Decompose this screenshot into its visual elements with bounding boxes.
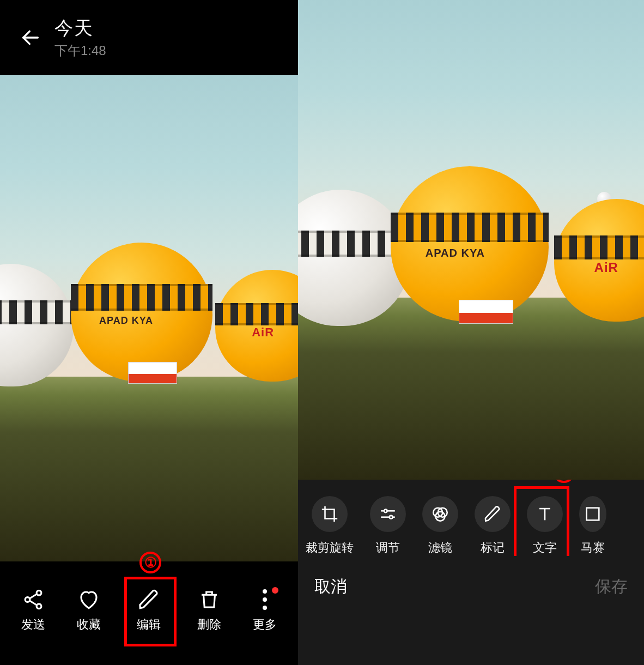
- sliders-icon: [379, 505, 397, 523]
- notification-dot: [272, 587, 278, 594]
- header-titles: 今天 下午1:48: [54, 16, 106, 59]
- mark-label: 标记: [481, 540, 505, 556]
- mosaic-icon: [584, 505, 602, 523]
- trash-icon: [198, 588, 221, 611]
- back-arrow-icon: [20, 27, 41, 49]
- svg-rect-15: [587, 508, 599, 521]
- save-button[interactable]: 保存: [595, 576, 628, 598]
- balloon-label-right: AiR: [594, 260, 618, 275]
- crop-icon: [320, 505, 339, 523]
- crop-rotate-tool[interactable]: 裁剪旋转: [306, 496, 354, 556]
- favorite-button[interactable]: 收藏: [72, 583, 105, 638]
- crop-rotate-label: 裁剪旋转: [306, 540, 354, 556]
- annotation-badge-2: ②: [553, 480, 575, 483]
- tool-row[interactable]: 裁剪旋转 调节 滤镜: [298, 480, 644, 556]
- cancel-button[interactable]: 取消: [314, 576, 347, 598]
- delete-button[interactable]: 删除: [193, 583, 226, 638]
- mark-tool[interactable]: 标记: [475, 496, 511, 556]
- annotation-box-2: [514, 486, 569, 556]
- svg-line-4: [29, 594, 37, 599]
- photo-content: APAD KYA AiR: [298, 0, 644, 480]
- pencil-icon: [483, 505, 502, 523]
- svg-point-7: [384, 510, 387, 513]
- header-subtitle: 下午1:48: [54, 42, 106, 59]
- photo-viewport[interactable]: APAD KYA AiR: [0, 75, 298, 561]
- header-title: 今天: [54, 16, 106, 41]
- bottom-action-bar: 发送 收藏 编辑 删除 更多: [0, 561, 298, 665]
- heart-icon: [77, 588, 100, 611]
- svg-point-9: [390, 516, 393, 519]
- send-label: 发送: [21, 616, 45, 633]
- header: 今天 下午1:48: [0, 0, 298, 75]
- editor-photo-viewport[interactable]: APAD KYA AiR: [298, 0, 644, 480]
- favorite-label: 收藏: [77, 616, 101, 633]
- editor-screen: APAD KYA AiR 裁剪旋转: [298, 0, 644, 665]
- adjust-tool[interactable]: 调节: [370, 496, 406, 556]
- more-label: 更多: [253, 616, 277, 633]
- filter-label: 滤镜: [428, 540, 452, 556]
- filter-tool[interactable]: 滤镜: [422, 496, 458, 556]
- viewer-screen: 今天 下午1:48 APAD KYA AiR: [0, 0, 298, 665]
- balloon-label-center: APAD KYA: [99, 315, 153, 327]
- adjust-label: 调节: [376, 540, 400, 556]
- more-vert-icon: [253, 588, 276, 611]
- more-button[interactable]: 更多: [248, 583, 281, 638]
- annotation-box-1: [124, 577, 177, 646]
- editor-bottom-panel: 裁剪旋转 调节 滤镜: [298, 480, 644, 665]
- balloon-label-right: AiR: [252, 325, 274, 340]
- back-button[interactable]: [17, 25, 44, 51]
- confirm-row: 取消 保存: [298, 556, 644, 620]
- mosaic-label: 马赛: [581, 540, 605, 556]
- annotation-badge-1: ①: [139, 552, 161, 573]
- delete-label: 删除: [197, 616, 221, 633]
- filter-overlap-icon: [431, 505, 449, 523]
- send-button[interactable]: 发送: [17, 583, 50, 638]
- svg-line-5: [29, 601, 37, 606]
- balloon-label-center: APAD KYA: [426, 247, 485, 259]
- share-icon: [22, 588, 45, 611]
- photo-content: APAD KYA AiR: [0, 75, 298, 561]
- mosaic-tool[interactable]: 马赛: [579, 496, 606, 556]
